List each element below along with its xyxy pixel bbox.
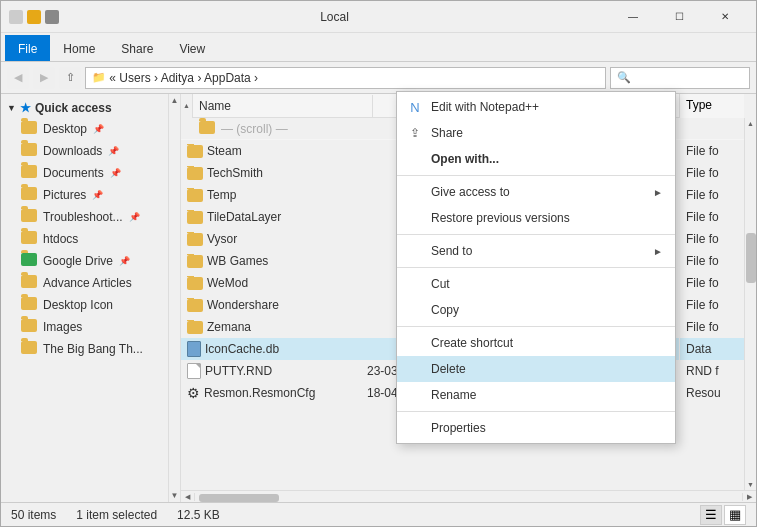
ctx-give-access[interactable]: Give access to ► [397,179,675,205]
title-bar: Local — ☐ ✕ [1,1,756,33]
ctx-send-to[interactable]: Send to ► [397,238,675,264]
folder-icon [21,165,37,181]
scroll-down-btn[interactable]: ▼ [745,481,756,490]
col-header-name[interactable]: Name [193,95,373,117]
sidebar-item-images[interactable]: Images [1,316,157,338]
pin-icon: 📌 [93,124,104,134]
sidebar-item-desktopicon[interactable]: Desktop Icon [1,294,157,316]
search-icon: 🔍 [617,71,631,84]
ribbon-tabs: File Home Share View [1,33,756,61]
file-type-cell: Resou [679,382,744,404]
folder-icon [187,167,203,180]
folder-icon [187,277,203,290]
sidebar-item-htdocs[interactable]: htdocs [1,228,157,250]
access-icon [407,184,423,200]
hscroll-thumb[interactable] [199,494,279,502]
file-name: Zemana [207,320,251,334]
file-name: TechSmith [207,166,263,180]
maximize-button[interactable]: ☐ [656,1,702,33]
ctx-separator [397,175,675,176]
view-detail-button[interactable]: ☰ [700,505,722,525]
up-button[interactable]: ⇧ [59,67,81,89]
ctx-restore[interactable]: Restore previous versions [397,205,675,231]
sidebar-item-documents[interactable]: Documents 📌 [1,162,157,184]
folder-icon [21,319,37,335]
delete-icon [407,361,423,377]
window: Local — ☐ ✕ File Home Share View ◀ ▶ ⇧ 📁… [0,0,757,527]
file-name: Temp [207,188,236,202]
sidebar-item-bigbang[interactable]: The Big Bang Th... [1,338,157,360]
hscroll-left[interactable]: ◀ [181,493,195,501]
file-name-cell: TileDataLayer [181,210,361,224]
ctx-create-shortcut[interactable]: Create shortcut [397,330,675,356]
folder-icon [187,299,203,312]
ctx-label: Open with... [431,152,499,166]
sidebar-item-troubleshoot[interactable]: Troubleshoot... 📌 [1,206,157,228]
ctx-copy[interactable]: Copy [397,297,675,323]
sidebar-item-advance[interactable]: Advance Articles [1,272,157,294]
app-icon-1 [9,10,23,24]
ctx-open-with[interactable]: Open with... [397,146,675,172]
db-icon [187,341,201,357]
list-scroll-up[interactable]: ▲ [181,94,193,118]
properties-icon [407,420,423,436]
search-box[interactable]: 🔍 [610,67,750,89]
col-header-type[interactable]: Type [679,94,744,118]
sidebar-item-label: Desktop [43,122,87,136]
ctx-edit-notepad[interactable]: N Edit with Notepad++ [397,94,675,120]
sidebar-item-label: Images [43,320,82,334]
tab-file[interactable]: File [5,35,50,61]
hscroll-right[interactable]: ▶ [742,493,756,501]
file-type-cell: File fo [679,294,744,316]
status-size: 12.5 KB [177,508,220,522]
file-type-cell: File fo [679,140,744,162]
sidebar-item-label: htdocs [43,232,78,246]
folder-icon [187,233,203,246]
scroll-thumb[interactable] [746,233,756,283]
ctx-cut[interactable]: Cut [397,271,675,297]
ctx-properties[interactable]: Properties [397,415,675,441]
scroll-up-btn[interactable]: ▲ [745,118,756,127]
ctx-delete[interactable]: Delete [397,356,675,382]
sidebar-scrollbar[interactable]: ▲ ▼ [168,94,180,502]
back-button[interactable]: ◀ [7,67,29,89]
ctx-rename[interactable]: Rename [397,382,675,408]
sidebar-item-downloads[interactable]: Downloads 📌 [1,140,157,162]
sidebar-scroll-down[interactable]: ▼ [169,491,180,502]
minimize-button[interactable]: — [610,1,656,33]
sidebar-item-label: Google Drive [43,254,113,268]
folder-icon [187,189,203,202]
sidebar-item-desktop[interactable]: Desktop 📌 [1,118,157,140]
file-name-cell: Temp [181,188,361,202]
file-name: PUTTY.RND [205,364,272,378]
sidebar-content: ▼ ★ Quick access Desktop 📌 [1,94,157,364]
sidebar-scroll-up[interactable]: ▲ [169,94,180,105]
sidebar-item-pictures[interactable]: Pictures 📌 [1,184,157,206]
tab-share[interactable]: Share [108,35,166,61]
file-scrollbar[interactable]: ▲ ▼ [744,118,756,490]
close-button[interactable]: ✕ [702,1,748,33]
address-path[interactable]: 📁 « Users › Aditya › AppData › [85,67,606,89]
sidebar-item-label: Advance Articles [43,276,132,290]
view-tile-button[interactable]: ▦ [724,505,746,525]
sidebar-item-googledrive[interactable]: Google Drive 📌 [1,250,157,272]
scrollbar-header [744,94,756,118]
ctx-separator [397,326,675,327]
ctx-label: Give access to [431,185,510,199]
sidebar-quick-access[interactable]: ▼ ★ Quick access [1,98,157,118]
up-arrow-icon: ▲ [183,102,190,109]
file-type-cell: File fo [679,206,744,228]
folder-icon [21,121,37,137]
file-name: Wondershare [207,298,279,312]
forward-button[interactable]: ▶ [33,67,55,89]
breadcrumb-icon: 📁 [92,71,106,84]
cut-icon [407,276,423,292]
ctx-share[interactable]: ⇪ Share [397,120,675,146]
folder-icon [187,255,203,268]
tab-home[interactable]: Home [50,35,108,61]
tab-view[interactable]: View [166,35,218,61]
folder-icon [199,121,221,137]
pin-icon: 📌 [119,256,130,266]
file-name: WeMod [207,276,248,290]
sidebar: ▼ ★ Quick access Desktop 📌 [1,94,181,502]
